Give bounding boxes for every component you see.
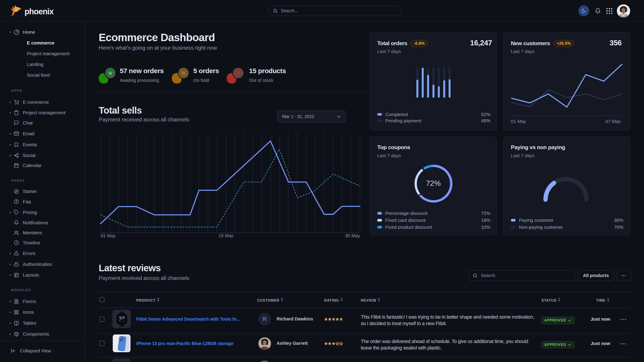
svg-text:18: 18 [122, 316, 124, 319]
